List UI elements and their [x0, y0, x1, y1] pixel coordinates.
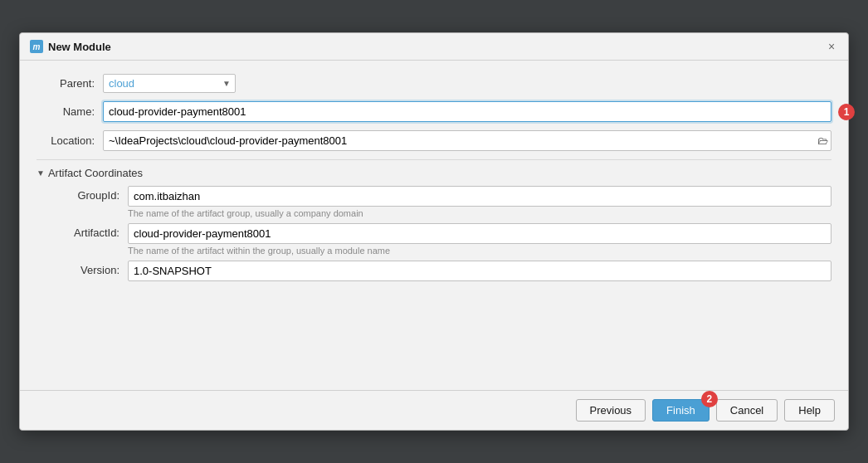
collapse-triangle-icon: ▼ — [37, 168, 45, 178]
title-bar-left: m New Module — [30, 40, 111, 53]
help-button[interactable]: Help — [784, 399, 835, 422]
artifact-form: GroupId: The name of the artifact group,… — [37, 186, 831, 281]
cancel-button[interactable]: Cancel — [716, 399, 778, 422]
artifact-coordinates-section: ▼ Artifact Coordinates GroupId: The name… — [37, 167, 831, 281]
artifactid-hint: The name of the artifact within the grou… — [128, 246, 831, 256]
artifactid-input[interactable] — [128, 223, 831, 244]
artifact-section-title: Artifact Coordinates — [48, 167, 143, 179]
badge-1: 1 — [838, 104, 855, 120]
close-button[interactable]: × — [825, 40, 838, 53]
title-bar: m New Module × — [20, 33, 848, 61]
name-label: Name: — [37, 105, 103, 118]
name-row: Name: 1 — [37, 101, 831, 122]
groupid-input[interactable] — [128, 186, 831, 207]
parent-select-wrapper: cloud ▼ — [103, 74, 236, 93]
finish-wrapper: Finish 2 — [652, 399, 710, 422]
location-input[interactable] — [103, 130, 831, 151]
badge-2: 2 — [701, 391, 718, 407]
version-input[interactable] — [128, 261, 831, 281]
dialog-footer: Previous Finish 2 Cancel Help — [20, 390, 848, 430]
new-module-dialog: m New Module × Parent: cloud ▼ Name: — [19, 32, 849, 431]
module-icon: m — [30, 40, 43, 53]
groupid-row: GroupId: The name of the artifact group,… — [53, 186, 831, 218]
groupid-field: The name of the artifact group, usually … — [128, 186, 831, 218]
artifact-coordinates-header[interactable]: ▼ Artifact Coordinates — [37, 167, 831, 179]
version-field — [128, 261, 831, 281]
location-wrapper: 🗁 — [103, 130, 831, 151]
artifactid-label: ArtifactId: — [53, 223, 128, 239]
folder-icon[interactable]: 🗁 — [817, 134, 828, 147]
version-label: Version: — [53, 261, 128, 276]
location-label: Location: — [37, 134, 103, 147]
divider — [37, 159, 831, 160]
parent-row: Parent: cloud ▼ — [37, 74, 831, 93]
groupid-hint: The name of the artifact group, usually … — [128, 208, 831, 218]
finish-button[interactable]: Finish — [652, 399, 710, 422]
parent-select[interactable]: cloud — [103, 74, 236, 93]
dialog-title: New Module — [48, 41, 111, 53]
dialog-body: Parent: cloud ▼ Name: 1 Location: — [20, 61, 848, 390]
name-input[interactable] — [103, 101, 831, 122]
artifactid-row: ArtifactId: The name of the artifact wit… — [53, 223, 831, 256]
groupid-label: GroupId: — [53, 186, 128, 202]
location-row: Location: 🗁 — [37, 130, 831, 151]
parent-label: Parent: — [37, 77, 103, 90]
version-row: Version: — [53, 261, 831, 281]
parent-field: cloud ▼ — [103, 74, 831, 93]
artifactid-field: The name of the artifact within the grou… — [128, 223, 831, 256]
name-input-wrapper: 1 — [103, 101, 831, 122]
previous-button[interactable]: Previous — [576, 399, 646, 422]
